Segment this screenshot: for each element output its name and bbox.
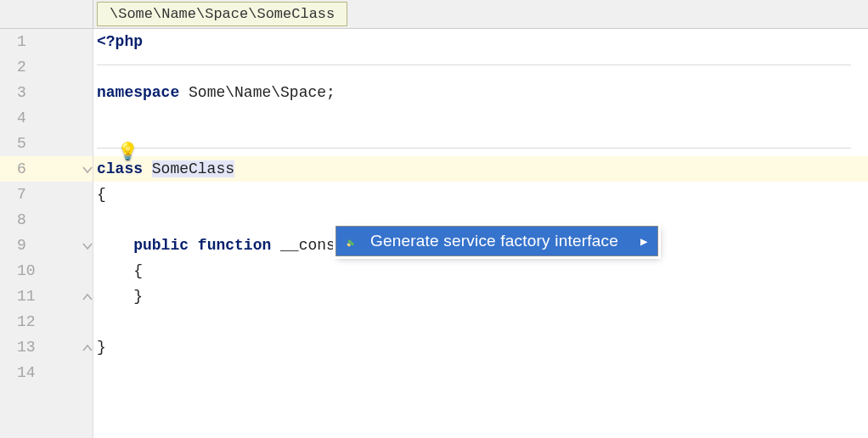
code-line[interactable]: } — [93, 334, 868, 360]
line-number[interactable]: 13 — [0, 334, 93, 360]
indent — [97, 288, 133, 305]
fold-marker-icon[interactable] — [82, 164, 93, 176]
semicolon: ; — [326, 84, 335, 101]
indent — [97, 237, 133, 254]
pencil-icon — [345, 233, 360, 249]
line-number[interactable]: 10 — [0, 258, 93, 284]
intention-label[interactable]: Generate service factory interface — [370, 232, 618, 250]
line-number[interactable]: 11 — [0, 284, 93, 309]
code-line[interactable] — [93, 360, 868, 385]
fold-marker-icon[interactable] — [82, 291, 93, 303]
fold-marker-icon[interactable] — [82, 240, 93, 252]
line-number[interactable]: 9 — [0, 233, 93, 258]
php-open-tag: <?php — [97, 33, 143, 50]
fold-marker-icon[interactable] — [82, 342, 93, 354]
line-number-current[interactable]: 6 — [0, 156, 93, 182]
line-number[interactable]: 1 — [0, 29, 93, 54]
brace: } — [97, 339, 106, 356]
brace: { — [133, 262, 143, 279]
line-number[interactable]: 3 — [0, 80, 93, 105]
code-line[interactable]: <?php — [93, 29, 868, 54]
editor-area: 1 2 3 4 5 6 7 8 9 10 11 12 13 14 💡 <?php — [0, 29, 868, 438]
keyword: public — [133, 237, 198, 254]
keyword: namespace — [97, 84, 189, 101]
keyword: function — [198, 237, 280, 254]
gutter-header — [0, 0, 93, 28]
breadcrumb-bar: \Some\Name\Space\SomeClass — [0, 0, 868, 29]
line-number[interactable]: 2 — [0, 54, 93, 80]
indent — [97, 262, 133, 279]
code-line-current[interactable]: class SomeClass — [93, 156, 868, 182]
line-number[interactable]: 4 — [0, 105, 93, 131]
line-number[interactable]: 14 — [0, 360, 93, 385]
code-line[interactable]: { — [93, 258, 868, 284]
line-number[interactable]: 12 — [0, 309, 93, 334]
code-line[interactable]: namespace Some\Name\Space; — [93, 80, 868, 105]
breadcrumb-item[interactable]: \Some\Name\Space\SomeClass — [97, 2, 347, 26]
namespace-path: Some\Name\Space — [189, 84, 326, 101]
keyword: class — [97, 160, 152, 177]
intention-bulb-icon[interactable]: 💡 — [117, 141, 138, 162]
line-number[interactable]: 7 — [0, 182, 93, 207]
code-line[interactable] — [93, 309, 868, 334]
intention-popup: Generate service factory interface ▶ — [335, 226, 658, 256]
code-line[interactable]: } — [93, 284, 868, 309]
line-number[interactable]: 8 — [0, 207, 93, 233]
code-line[interactable] — [93, 54, 868, 80]
code-area[interactable]: 💡 <?php namespace Some\Name\Space; class… — [93, 29, 868, 438]
line-number[interactable]: 5 — [0, 131, 93, 156]
code-line[interactable]: { — [93, 182, 868, 207]
class-name: SomeClass — [152, 160, 234, 177]
submenu-arrow-icon[interactable]: ▶ — [640, 234, 647, 249]
code-line[interactable] — [93, 131, 868, 156]
brace: { — [97, 186, 106, 203]
brace: } — [133, 288, 143, 305]
gutter: 1 2 3 4 5 6 7 8 9 10 11 12 13 14 — [0, 29, 93, 438]
code-line[interactable] — [93, 105, 868, 131]
